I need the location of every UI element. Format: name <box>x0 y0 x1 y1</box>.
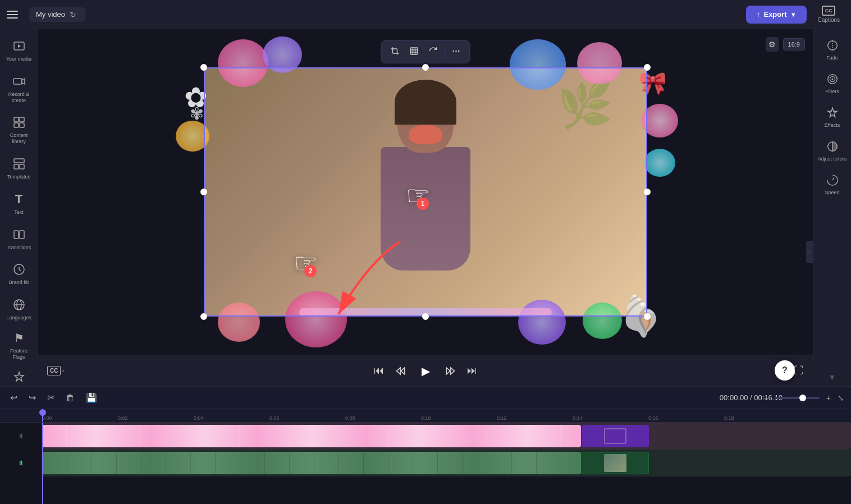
zoom-slider[interactable] <box>775 397 820 399</box>
text-icon: T <box>11 191 27 207</box>
speed-label: Speed <box>825 190 839 195</box>
svg-rect-9 <box>14 231 19 239</box>
video-track-toggle[interactable]: ⏸ <box>17 459 24 467</box>
sticker-track-content[interactable] <box>42 423 851 450</box>
captions-toggle-button[interactable]: CC ● <box>47 366 65 375</box>
sidebar-item-fluent-theme[interactable]: Fluent Theme <box>2 365 36 386</box>
sidebar-item-languages[interactable]: Languages <box>2 292 36 326</box>
person-hair <box>395 80 456 125</box>
ruler-label-8: 0:16 <box>648 415 658 421</box>
crop-button[interactable] <box>387 44 403 59</box>
svg-point-22 <box>830 76 835 81</box>
record-create-icon <box>11 74 27 89</box>
zoom-in-button[interactable]: + <box>823 391 834 405</box>
captions-dot: ● <box>62 368 65 373</box>
transitions-label: Transitions <box>7 245 31 251</box>
sidebar-item-brand-kit[interactable]: Brand kit <box>2 257 36 290</box>
ruler-mark-1: 0:02 <box>118 415 128 421</box>
right-panel-collapse[interactable]: ▼ <box>829 373 836 382</box>
resize-handle-br[interactable] <box>644 313 651 320</box>
controls-center: ⏮ ▶ ⏭ <box>372 361 479 381</box>
brand-kit-icon <box>11 262 27 277</box>
sidebar-item-content-library[interactable]: Content library <box>2 110 36 149</box>
svg-point-18 <box>458 51 460 52</box>
svg-point-16 <box>453 51 455 52</box>
right-panel-filters[interactable]: Filters <box>816 67 849 99</box>
left-sidebar: Your media Record & create Content libra… <box>0 29 38 386</box>
video-frame[interactable]: ✿ ✾ 🐚 🎀 <box>204 67 647 317</box>
project-title-pill[interactable]: My video ↻ <box>29 7 85 22</box>
right-panel-effects[interactable]: Effects <box>816 101 849 132</box>
export-arrow-icon: ↑ <box>756 10 760 19</box>
video-thumbnails <box>42 450 851 476</box>
sidebar-item-your-media[interactable]: Your media <box>2 34 36 67</box>
sticker-track-toggle[interactable]: ⏸ <box>17 432 24 440</box>
languages-label: Languages <box>6 315 31 321</box>
ruler-label-4: 0:08 <box>345 415 355 421</box>
collapse-timeline-button[interactable]: ⤡ <box>838 393 844 402</box>
timeline-inner: ↩ ↪ ✂ 🗑 💾 00:00.00 / 00:16.10 − + ⤡ 0:00 <box>0 387 851 504</box>
background-plant: 🌿 <box>557 79 614 131</box>
skip-start-button[interactable]: ⏮ <box>372 363 386 379</box>
rotate-button[interactable] <box>425 44 441 59</box>
feature-flags-label: Feature Flags <box>4 348 34 360</box>
resize-handle-tl[interactable] <box>200 64 207 71</box>
cut-button[interactable]: ✂ <box>44 390 58 405</box>
timeline-time-display: 00:00.00 / 00:16.10 <box>720 393 783 402</box>
zoom-thumb <box>799 395 806 401</box>
brand-kit-label: Brand kit <box>9 280 29 286</box>
right-panel-adjust-colors[interactable]: Adjust colors <box>816 135 849 166</box>
resize-button[interactable] <box>406 44 422 59</box>
fluent-theme-icon <box>11 369 27 385</box>
sidebar-item-record-create[interactable]: Record & create <box>2 69 36 108</box>
right-panel-fade[interactable]: Fade <box>816 34 849 65</box>
fullscreen-button[interactable]: ⛶ <box>794 365 804 377</box>
playhead-indicator <box>42 409 43 422</box>
forward-button[interactable] <box>442 363 458 379</box>
more-button[interactable] <box>449 44 464 59</box>
resize-handle-tr[interactable] <box>644 64 651 71</box>
sidebar-item-transitions[interactable]: Transitions <box>2 222 36 255</box>
export-button[interactable]: ↑ Export ▼ <box>746 6 806 24</box>
menu-button[interactable] <box>7 7 22 22</box>
sticker-strip <box>42 425 581 447</box>
video-track-label: ⏸ <box>0 450 42 476</box>
canvas-area: ⚙ 16:9 ✿ <box>38 29 813 386</box>
delete-button[interactable]: 🗑 <box>62 391 78 405</box>
resize-handle-ml[interactable] <box>200 189 207 195</box>
right-collapse-button[interactable]: › <box>806 241 813 263</box>
rewind-button[interactable] <box>393 363 409 379</box>
sidebar-item-text[interactable]: T Text <box>2 187 36 220</box>
face-mask <box>409 125 442 144</box>
sticker-track-label: ⏸ <box>0 423 42 450</box>
redo-button[interactable]: ↪ <box>25 390 39 405</box>
captions-button[interactable]: CC Captions <box>813 3 844 25</box>
transitions-icon <box>11 227 27 242</box>
sticker-thumbnails <box>42 423 851 450</box>
video-track-content[interactable] <box>42 450 851 476</box>
preview-settings-button[interactable]: ⚙ <box>766 37 779 52</box>
svg-point-21 <box>827 75 837 84</box>
ruler-mark-4: 0:08 <box>345 415 355 421</box>
sidebar-item-templates[interactable]: Templates <box>2 152 36 185</box>
play-button[interactable]: ▶ <box>415 361 436 381</box>
resize-handle-mr[interactable] <box>644 189 651 195</box>
refresh-icon[interactable]: ↻ <box>70 10 79 19</box>
help-button[interactable]: ? <box>775 360 795 381</box>
person-head <box>397 85 454 153</box>
resize-handle-bm[interactable] <box>422 313 429 320</box>
right-panel-speed[interactable]: Speed <box>816 168 849 200</box>
ruler-label-3: 0:06 <box>269 415 280 421</box>
resize-handle-tm[interactable] <box>422 64 429 71</box>
resize-handle-bl[interactable] <box>200 313 207 320</box>
skip-end-button[interactable]: ⏭ <box>465 363 479 379</box>
your-media-label: Your media <box>6 56 31 62</box>
effects-icon <box>825 106 840 120</box>
cursor-badge-2: 2 <box>304 265 317 277</box>
undo-button[interactable]: ↩ <box>7 390 21 405</box>
controls-left: CC ● <box>47 366 65 375</box>
video-end-cap <box>582 452 649 474</box>
sidebar-item-feature-flags[interactable]: ⚑ Feature Flags <box>2 326 36 365</box>
ruler-label-6: 0:12 <box>497 415 507 421</box>
save-to-media-button[interactable]: 💾 <box>83 390 100 405</box>
